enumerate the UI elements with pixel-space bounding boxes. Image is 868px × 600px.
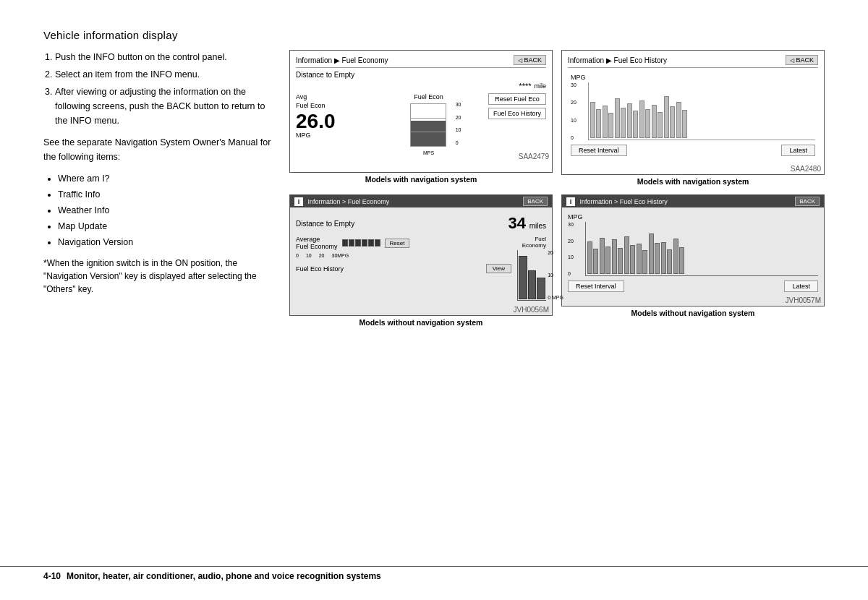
page-number: 4-10 [43, 571, 61, 581]
info-icon-bl: i [294, 197, 303, 206]
footer-text: Monitor, heater, air conditioner, audio,… [67, 571, 381, 581]
side-label-0mpg: 0 MPG [548, 295, 563, 300]
screen-label-br: Models without navigation system [631, 309, 755, 317]
mile-label: mile [534, 82, 546, 90]
reset-btn-bl[interactable]: Reset [385, 239, 410, 248]
mpg-label-tl: MPG [296, 132, 380, 139]
screen-label-tr: Models with navigation system [637, 177, 749, 186]
latest-btn-br[interactable]: Latest [784, 280, 818, 292]
bullet-5: Navigation Version [58, 235, 275, 249]
bullet-2: Traffic Info [58, 187, 275, 202]
bottom-left-back-btn[interactable]: BACK [523, 197, 548, 206]
bottom-left-header: Information > Fuel Economy [308, 198, 390, 205]
br-y-0: 0 [568, 271, 574, 276]
distance-value-bl: 34 [508, 214, 525, 232]
top-left-back-btn[interactable]: BACK [514, 55, 546, 65]
instruction-3: After viewing or adjusting the informati… [55, 85, 275, 128]
nav-note: See the separate Navigation System Owner… [43, 135, 275, 164]
fuel-economy-side-label: Fuel Economy [517, 236, 546, 249]
avg-label-bl: AverageFuel Economy [296, 236, 338, 250]
reset-fuel-eco-btn[interactable]: Reset Fuel Eco [488, 93, 546, 105]
fuel-econ-center-label: Fuel Econ [414, 93, 443, 100]
fuel-scale-bl: 0102030MPG [296, 253, 511, 258]
latest-btn-tr[interactable]: Latest [781, 145, 815, 156]
side-label-20: 20 [548, 250, 563, 255]
saa-code-tr: SAA2480 [562, 163, 824, 174]
big-mpg-number: 26.0 [296, 111, 380, 132]
bottom-right-header: Information > Fuel Eco History [580, 198, 668, 205]
y-30: 30 [571, 82, 576, 87]
jvh-code-br: JVH0057M [562, 295, 824, 306]
bar-label-0: 0 [456, 140, 461, 145]
distance-label-tl: Distance to Empty [296, 71, 354, 79]
side-label-10: 10 [548, 273, 563, 278]
top-right-header-path: Information ▶ Fuel Eco History [568, 56, 667, 64]
left-text-panel: Push the INFO button on the control pane… [43, 50, 275, 330]
bar-label-10: 10 [456, 127, 461, 132]
bullet-list: Where am I? Traffic Info Weather Info Ma… [58, 171, 275, 249]
br-y-30: 30 [568, 222, 574, 227]
y-10: 10 [571, 118, 576, 123]
reset-interval-btn-tr[interactable]: Reset Interval [571, 145, 627, 156]
reset-interval-btn-br[interactable]: Reset Interval [568, 280, 624, 292]
y-20: 20 [571, 100, 576, 105]
jvh-code-bl: JVH0056M [290, 304, 552, 315]
screen-bottom-left: i Information > Fuel Economy BACK Distan… [289, 194, 553, 330]
screens-grid: Information ▶ Fuel Economy BACK Distance… [289, 50, 825, 330]
bar-label-20: 20 [456, 115, 461, 120]
top-left-header-path: Information ▶ Fuel Economy [296, 56, 388, 64]
page-title: Vehicle information display [43, 29, 825, 41]
bullet-4: Map Update [58, 219, 275, 233]
avg-label: AvgFuel Econ [296, 93, 380, 110]
bullet-1: Where am I? [58, 171, 275, 186]
y-0: 0 [571, 135, 576, 140]
stars: **** [519, 82, 531, 90]
view-btn-bl[interactable]: View [486, 264, 511, 273]
instruction-2: Select an item from the INFO menu. [55, 67, 275, 82]
bottom-right-back-btn[interactable]: BACK [795, 197, 820, 206]
screen-label-tl: Models with navigation system [365, 175, 477, 184]
eco-history-label-bl: Fuel Eco History [296, 265, 344, 273]
bar-label-30: 30 [456, 102, 461, 107]
top-right-back-btn[interactable]: BACK [786, 55, 818, 65]
saa-code-tl: SAA2479 [290, 151, 552, 162]
mps-label: MPS [423, 150, 434, 155]
br-y-20: 20 [568, 239, 574, 244]
br-y-10: 10 [568, 254, 574, 260]
instruction-1: Push the INFO button on the control pane… [55, 50, 275, 64]
mpg-title-br: MPG [568, 213, 818, 220]
screen-label-bl: Models without navigation system [359, 318, 483, 327]
fuel-eco-history-btn[interactable]: Fuel Eco History [488, 108, 546, 119]
screen-top-left: Information ▶ Fuel Economy BACK Distance… [289, 50, 553, 186]
footer: 4-10 Monitor, heater, air conditioner, a… [0, 566, 868, 586]
screen-bottom-right: i Information > Fuel Eco History BACK MP… [561, 194, 825, 330]
screen-top-right: Information ▶ Fuel Eco History BACK MPG … [561, 50, 825, 186]
instructions-list: Push the INFO button on the control pane… [55, 50, 275, 128]
distance-unit-bl: miles [529, 222, 546, 230]
bullet-3: Weather Info [58, 203, 275, 218]
info-icon-br: i [566, 197, 575, 206]
footnote: *When the ignition switch is in the ON p… [43, 257, 275, 296]
pixel-gauge [342, 239, 380, 247]
distance-label-bl: Distance to Empty [296, 220, 354, 228]
mpg-title-tr: MPG [571, 74, 815, 81]
